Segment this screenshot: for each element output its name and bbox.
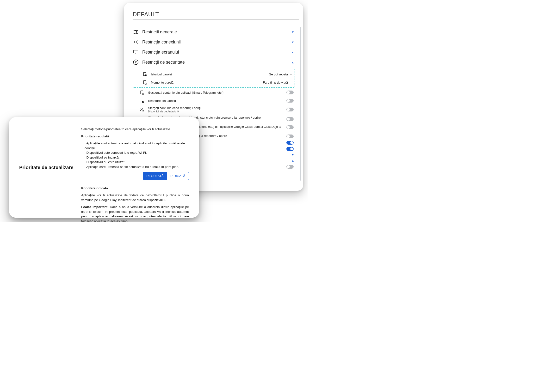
section-label: Restricția conexiunii [142, 40, 292, 45]
high-text: Aplicațiile vor fi actualizate de îndată… [81, 193, 189, 202]
toggle[interactable] [286, 108, 294, 111]
chevron-down-icon [290, 73, 292, 76]
toggle[interactable] [286, 147, 294, 151]
reg-title: Prioritate regulată [81, 135, 109, 138]
lock-icon [133, 59, 139, 65]
settings-title: DEFAULT [133, 11, 299, 18]
toggle[interactable] [286, 91, 294, 94]
svg-rect-6 [134, 41, 137, 43]
row-value: Se pot repeta [269, 73, 288, 76]
section-security[interactable]: Restricții de securitate [133, 57, 295, 67]
chevron-down-icon [292, 30, 294, 34]
toggle[interactable] [286, 135, 294, 138]
toggle[interactable] [286, 125, 294, 129]
priority-segmented: REGULATĂ RIDICATĂ [143, 172, 189, 180]
password-reminder-row[interactable]: Memento parolă Fara timp de viață [136, 78, 292, 86]
toggle[interactable] [286, 99, 294, 103]
svg-rect-10 [134, 50, 138, 53]
user-x-icon [139, 107, 145, 112]
chevron-down-icon [290, 81, 292, 84]
manage-accounts-row: Gestionați conturile din aplicații (Gmai… [133, 88, 295, 97]
svg-point-3 [134, 30, 135, 31]
highlighted-group: Istoricul parolei Se pot repeta Memento … [133, 69, 295, 88]
update-priority-modal: Prioritate de actualizare Selectați meto… [9, 117, 199, 218]
modal-side: Prioritate de actualizare [19, 127, 74, 208]
toggle[interactable] [286, 117, 294, 121]
divider [133, 19, 299, 19]
section-label: Restricția ecranului [142, 50, 292, 55]
svg-point-28 [141, 108, 142, 110]
svg-point-17 [145, 75, 147, 76]
row-label: Istoricul parolei [151, 73, 269, 76]
svg-line-7 [137, 41, 138, 42]
factory-reset-row: Resetare din fabrică [133, 97, 295, 105]
sliders-icon [133, 29, 139, 35]
seg-high-button[interactable]: RIDICATĂ [167, 172, 189, 180]
scrollbar[interactable] [300, 27, 301, 181]
section-label: Restricții de securitate [142, 60, 292, 65]
row-label: Gestionați conturile din aplicații (Gmai… [148, 91, 286, 94]
doc-lock-icon [142, 72, 148, 77]
svg-point-14 [135, 61, 136, 62]
monitor-icon [133, 49, 139, 55]
modal-body: Selectați metoda/prioritatea în care apl… [81, 127, 189, 208]
chevron-down-icon [292, 153, 294, 157]
svg-line-8 [137, 43, 138, 43]
chevron-down-icon [292, 50, 294, 54]
row-label: Ștergeți conturile când reporniți / opri… [148, 106, 286, 113]
modal-intro: Selectați metoda/prioritatea în care apl… [81, 127, 189, 132]
row-value: Fara timp de viață [263, 81, 288, 84]
section-general[interactable]: Restricții generale [133, 27, 295, 37]
section-screen[interactable]: Restricția ecranului [133, 47, 295, 57]
section-label: Restricții generale [142, 30, 292, 35]
svg-point-5 [135, 33, 136, 34]
reset-icon [139, 98, 145, 103]
doc-clock-icon [142, 80, 148, 85]
toggle[interactable] [286, 141, 294, 145]
svg-point-4 [136, 31, 137, 32]
toggle[interactable] [286, 165, 294, 169]
delete-accounts-row: Ștergeți conturile când reporniți / opri… [133, 105, 295, 114]
seg-regular-button[interactable]: REGULATĂ [143, 172, 167, 180]
chevron-up-icon [292, 60, 294, 64]
modal-heading: Prioritate de actualizare [19, 165, 74, 170]
row-label: Memento parolă [151, 81, 263, 84]
row-label: Resetare din fabrică [148, 99, 286, 103]
chevron-down-icon [292, 40, 294, 44]
section-connection[interactable]: Restricția conexiunii [133, 37, 295, 47]
high-title: Prioritate ridicată [81, 186, 108, 190]
warn-text: Foarte important! Dacă o nouă versiune a… [81, 205, 189, 222]
plug-icon [133, 39, 139, 45]
chevron-up-icon [292, 159, 294, 162]
password-history-row[interactable]: Istoricul parolei Se pot repeta [136, 70, 292, 78]
accounts-icon [139, 90, 145, 95]
reg-bullets: Aplicațiile sunt actualizate automat cân… [81, 141, 189, 169]
svg-line-22 [146, 84, 146, 84]
